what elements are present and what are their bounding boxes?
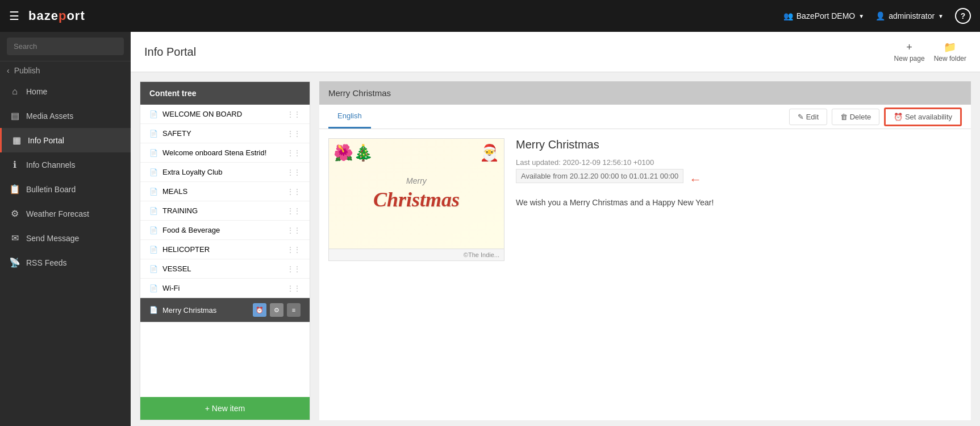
tree-item[interactable]: 📄 SAFETY ⋮⋮ <box>140 124 310 143</box>
sidebar-item-send-message[interactable]: ✉ Send Message <box>0 226 131 250</box>
drag-handle: ⋮⋮ <box>287 149 301 157</box>
tree-item-name: VESSEL <box>162 264 191 273</box>
sidebar-item-media-assets[interactable]: ▤ Media Assets <box>0 104 131 128</box>
more-btn[interactable]: ≡ <box>287 303 301 317</box>
drag-handle: ⋮⋮ <box>287 188 301 196</box>
search-input[interactable] <box>7 38 124 55</box>
tab-english[interactable]: English <box>328 105 371 129</box>
sidebar-item-info-channels[interactable]: ℹ Info Channels <box>0 152 131 177</box>
tabs: English <box>328 105 371 129</box>
collapse-arrow: ‹ <box>7 66 10 75</box>
tree-item-left: 📄 HELICOPTER <box>149 245 210 254</box>
org-icon: 👥 <box>783 11 793 20</box>
thumbnail-image: 🌺🎄 🎅 Merry Christmas <box>328 138 504 249</box>
tree-item-left: 📄 VESSEL <box>149 264 191 273</box>
drag-handle: ⋮⋮ <box>287 168 301 176</box>
tree-item-name: WELCOME ON BOARD <box>162 110 242 118</box>
rss-feeds-icon: 📡 <box>9 257 20 268</box>
sidebar-item-rss-feeds[interactable]: 📡 RSS Feeds <box>0 250 131 275</box>
page-header: Info Portal + New page 📁 New folder <box>131 32 980 72</box>
item-availability: Available from 20.12.20 00:00 to 01.01.2… <box>516 169 683 183</box>
new-folder-label: New folder <box>934 55 966 63</box>
new-folder-button[interactable]: 📁 New folder <box>934 41 966 63</box>
sidebar-item-home[interactable]: ⌂ Home <box>0 80 131 104</box>
file-icon: 📄 <box>149 188 158 196</box>
set-availability-button[interactable]: ⏰ Set availability <box>884 107 962 126</box>
tree-item[interactable]: 📄 VESSEL ⋮⋮ <box>140 259 310 279</box>
settings-btn[interactable]: ⚙ <box>270 303 283 317</box>
demo-dropdown-arrow: ▼ <box>858 13 864 19</box>
tree-item[interactable]: 📄 HELICOPTER ⋮⋮ <box>140 240 310 259</box>
file-icon: 📄 <box>149 284 158 292</box>
availability-btn[interactable]: ⏰ <box>253 303 266 317</box>
topnav-right: 👥 BazePort DEMO ▼ 👤 administrator ▼ ? <box>783 8 971 24</box>
media-assets-icon: ▤ <box>9 110 20 121</box>
user-dropdown-arrow: ▼ <box>938 13 944 19</box>
demo-selector[interactable]: 👥 BazePort DEMO ▼ <box>783 11 864 20</box>
tree-item-left: 📄 SAFETY <box>149 129 191 138</box>
sidebar-collapse-item[interactable]: ‹ Publish <box>0 61 131 80</box>
help-button[interactable]: ? <box>955 8 971 24</box>
file-icon: 📄 <box>149 149 158 157</box>
tree-item[interactable]: 📄 MEALS ⋮⋮ <box>140 182 310 201</box>
sidebar-item-bulletin-board[interactable]: 📋 Bulletin Board <box>0 177 131 201</box>
sidebar-search-container <box>0 32 131 61</box>
sidebar-item-label: Info Channels <box>26 160 75 169</box>
send-message-icon: ✉ <box>9 233 20 243</box>
new-page-button[interactable]: + New page <box>894 42 925 63</box>
tree-item-left: 📄 TRAINING <box>149 206 198 215</box>
tree-item[interactable]: 📄 Wi-Fi ⋮⋮ <box>140 279 310 298</box>
file-icon: 📄 <box>149 306 158 314</box>
tree-item-left: 📄 MEALS <box>149 187 187 196</box>
tree-item-name: Wi-Fi <box>162 284 180 292</box>
tree-item[interactable]: 📄 Food & Beverage ⋮⋮ <box>140 221 310 240</box>
hamburger-menu[interactable]: ☰ <box>9 9 19 23</box>
main-layout: ‹ Publish ⌂ Home ▤ Media Assets ▦ Info P… <box>0 32 980 426</box>
demo-label: BazePort DEMO <box>796 11 855 20</box>
tree-item-name: HELICOPTER <box>162 245 210 254</box>
new-page-icon: + <box>906 42 912 53</box>
user-selector[interactable]: 👤 administrator ▼ <box>875 11 944 20</box>
sidebar-item-info-portal[interactable]: ▦ Info Portal <box>0 128 131 152</box>
item-header: Merry Christmas <box>319 81 971 105</box>
tree-items: 📄 WELCOME ON BOARD ⋮⋮ 📄 SAFETY ⋮⋮ <box>140 105 310 397</box>
drag-handle: ⋮⋮ <box>287 284 301 292</box>
tree-item[interactable]: 📄 Extra Loyalty Club ⋮⋮ <box>140 163 310 182</box>
page-actions: + New page 📁 New folder <box>894 41 966 63</box>
deco-top-right: 🎅 <box>479 143 499 162</box>
tree-item-left: 📄 Food & Beverage <box>149 226 220 234</box>
drag-handle: ⋮⋮ <box>287 226 301 234</box>
info-portal-icon: ▦ <box>11 135 22 146</box>
tree-item-name: Welcome onboard Stena Estrid! <box>162 148 266 157</box>
tab-actions: ✎ Edit 🗑 Delete ⏰ Set availability <box>789 107 962 126</box>
tree-item-name: Merry Christmas <box>162 306 216 315</box>
edit-button[interactable]: ✎ Edit <box>789 109 827 125</box>
merry-label: Merry <box>406 176 427 185</box>
tree-item-name: Food & Beverage <box>162 226 220 234</box>
bulletin-board-icon: 📋 <box>9 184 20 195</box>
drag-handle: ⋮⋮ <box>287 207 301 215</box>
item-title: Merry Christmas <box>516 138 962 151</box>
sidebar-item-weather-forecast[interactable]: ⚙ Weather Forecast <box>0 201 131 226</box>
sidebar: ‹ Publish ⌂ Home ▤ Media Assets ▦ Info P… <box>0 32 131 426</box>
sidebar-item-label: Media Assets <box>26 111 73 121</box>
christmas-image: 🌺🎄 🎅 Merry Christmas <box>329 139 504 249</box>
info-channels-icon: ℹ <box>9 159 20 170</box>
new-item-button[interactable]: + New item <box>140 397 310 420</box>
app-logo: bazeport <box>28 9 85 23</box>
delete-button[interactable]: 🗑 Delete <box>832 109 879 125</box>
tree-item-name: MEALS <box>162 187 187 196</box>
sidebar-item-label: Info Portal <box>28 136 64 145</box>
tree-item-left: 📄 Merry Christmas <box>149 306 216 315</box>
tree-item[interactable]: 📄 Welcome onboard Stena Estrid! ⋮⋮ <box>140 143 310 163</box>
item-content-inner: 🌺🎄 🎅 Merry Christmas ©The Indie... <box>328 138 962 261</box>
tree-item-merry-christmas[interactable]: 📄 Merry Christmas ⏰ ⚙ ≡ <box>140 298 310 322</box>
tree-item-left: 📄 Extra Loyalty Club <box>149 168 223 176</box>
tree-item[interactable]: 📄 TRAINING ⋮⋮ <box>140 201 310 221</box>
file-icon: 📄 <box>149 207 158 215</box>
content-area: Content tree 📄 WELCOME ON BOARD ⋮⋮ 📄 SAF… <box>131 72 980 426</box>
main-content: Info Portal + New page 📁 New folder Cont… <box>131 32 980 426</box>
page-title: Info Portal <box>144 46 196 59</box>
tree-item[interactable]: 📄 WELCOME ON BOARD ⋮⋮ <box>140 105 310 124</box>
topnav-left: ☰ bazeport <box>9 9 85 23</box>
